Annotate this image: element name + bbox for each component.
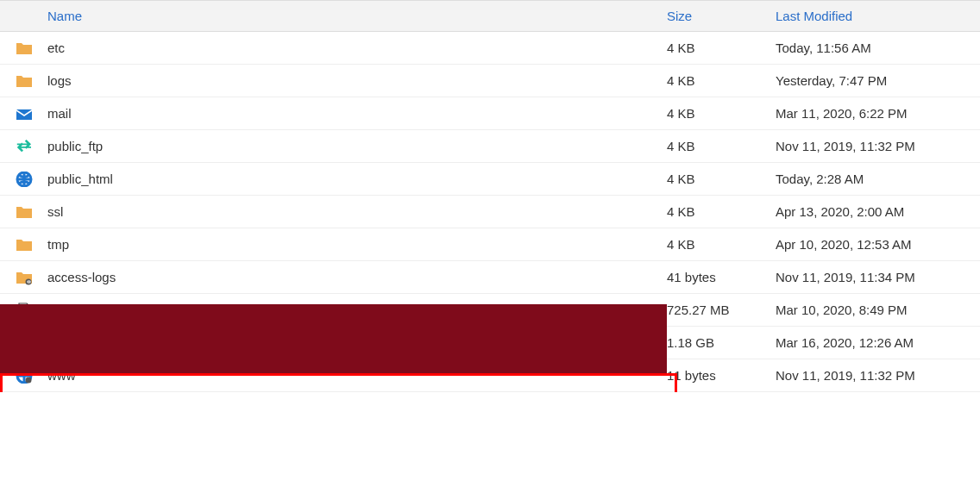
header-modified[interactable]: Last Modified <box>776 1 980 32</box>
folder-icon <box>16 237 33 253</box>
file-size: 4 KB <box>667 228 776 261</box>
mail-icon <box>16 106 33 122</box>
file-size: 4 KB <box>667 97 776 130</box>
file-modified: Today, 2:28 AM <box>776 163 980 196</box>
file-name: www <box>47 359 667 392</box>
table-row[interactable]: logs 4 KB Yesterday, 7:47 PM <box>0 65 980 97</box>
file-name: public_html <box>47 163 667 196</box>
globe-link-icon <box>16 368 33 384</box>
table-row[interactable]: ssl 4 KB Apr 13, 2020, 2:00 AM <box>0 196 980 228</box>
table-header-row: Name Size Last Modified <box>0 1 980 32</box>
folder-icon <box>16 73 33 89</box>
file-name: tmp <box>47 228 667 261</box>
header-size[interactable]: Size <box>667 1 776 32</box>
file-modified: Mar 16, 2020, 12:26 AM <box>776 327 980 359</box>
table-row[interactable]: public_html 4 KB Today, 2:28 AM <box>0 163 980 196</box>
file-name <box>47 294 667 327</box>
file-modified: Nov 11, 2019, 11:32 PM <box>776 130 980 163</box>
file-name <box>47 327 667 359</box>
archive-icon <box>16 335 33 351</box>
file-modified: Nov 11, 2019, 11:34 PM <box>776 261 980 294</box>
file-size: 4 KB <box>667 130 776 163</box>
folder-icon <box>16 204 33 220</box>
file-name: mail <box>47 97 667 130</box>
file-name: ssl <box>47 196 667 228</box>
file-size: 4 KB <box>667 65 776 97</box>
table-row[interactable]: etc 4 KB Today, 11:56 AM <box>0 32 980 65</box>
ftp-icon <box>16 139 33 154</box>
file-size: 725.27 MB <box>667 294 776 327</box>
archive-icon <box>16 303 33 318</box>
table-row[interactable]: tmp 4 KB Apr 10, 2020, 12:53 AM <box>0 228 980 261</box>
file-modified: Nov 11, 2019, 11:32 PM <box>776 359 980 392</box>
file-name: etc <box>47 32 667 65</box>
table-row[interactable]: www 11 bytes Nov 11, 2019, 11:32 PM <box>0 359 980 392</box>
file-name: logs <box>47 65 667 97</box>
table-row[interactable]: access-logs 41 bytes Nov 11, 2019, 11:34… <box>0 261 980 294</box>
file-name: access-logs <box>47 261 667 294</box>
file-modified: Apr 13, 2020, 2:00 AM <box>776 196 980 228</box>
globe-icon <box>16 172 33 187</box>
folder-icon <box>16 41 33 56</box>
file-size: 4 KB <box>667 163 776 196</box>
table-row[interactable]: mail 4 KB Mar 11, 2020, 6:22 PM <box>0 97 980 130</box>
table-row[interactable]: public_ftp 4 KB Nov 11, 2019, 11:32 PM <box>0 130 980 163</box>
file-table: Name Size Last Modified etc 4 KB Today, … <box>0 0 980 392</box>
file-size: 1.18 GB <box>667 327 776 359</box>
table-row[interactable]: 1.18 GB Mar 16, 2020, 12:26 AM <box>0 327 980 359</box>
header-name[interactable]: Name <box>47 1 667 32</box>
file-size: 4 KB <box>667 196 776 228</box>
file-size: 4 KB <box>667 32 776 65</box>
file-size: 11 bytes <box>667 359 776 392</box>
folder-link-icon <box>16 270 33 285</box>
file-size: 41 bytes <box>667 261 776 294</box>
file-modified: Apr 10, 2020, 12:53 AM <box>776 228 980 261</box>
file-name: public_ftp <box>47 130 667 163</box>
file-modified: Mar 10, 2020, 8:49 PM <box>776 294 980 327</box>
file-modified: Mar 11, 2020, 6:22 PM <box>776 97 980 130</box>
file-modified: Yesterday, 7:47 PM <box>776 65 980 97</box>
file-modified: Today, 11:56 AM <box>776 32 980 65</box>
table-row[interactable]: 725.27 MB Mar 10, 2020, 8:49 PM <box>0 294 980 327</box>
